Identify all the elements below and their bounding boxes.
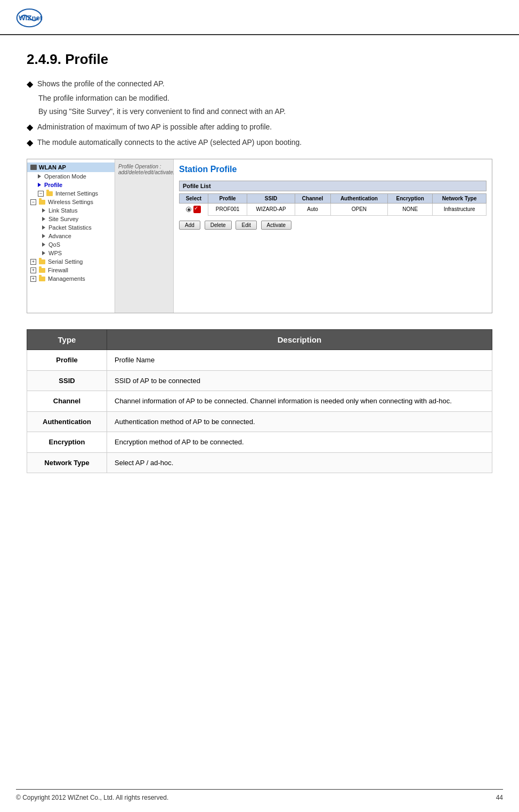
station-profile-title: Station Profile	[179, 165, 486, 176]
desc-text-0: Profile Name	[107, 350, 492, 371]
sidebar-item-profile[interactable]: Profile	[27, 181, 115, 189]
desc-text-4: Encryption method of AP to be connected.	[107, 432, 492, 453]
activate-button[interactable]: Activate	[261, 221, 292, 230]
sidebar-item-firewall[interactable]: + Firewall	[27, 266, 115, 274]
main-content: 2.4.9. Profile ◆ Shows the profile of th…	[0, 35, 519, 505]
bullet-text-3: The module automatically connects to the…	[37, 137, 302, 148]
screenshot-sidebar: WLAN AP Operation Mode Profile − Interne…	[27, 159, 115, 313]
monitor-icon	[30, 165, 37, 170]
col-select: Select	[180, 194, 208, 204]
arrow-icon-3	[42, 217, 45, 221]
sidebar-item-link-status[interactable]: Link Status	[27, 206, 115, 215]
col-net-type: Network Type	[433, 194, 486, 204]
bullet-text-1: Shows the profile of the connected AP.	[37, 78, 165, 90]
screenshot-box: WLAN AP Operation Mode Profile − Interne…	[27, 159, 492, 313]
desc-col-desc: Description	[107, 330, 492, 350]
folder-icon-4	[39, 268, 45, 273]
plus-icon-2: +	[30, 259, 36, 265]
arrow-icon-2	[42, 208, 45, 213]
sidebar-item-advance[interactable]: Advance	[27, 232, 115, 240]
bullet-sub-1b: By using "Site Survey", it is very conve…	[38, 106, 492, 117]
section-title: 2.4.9. Profile	[27, 51, 492, 68]
desc-row-1: SSIDSSID of AP to be connected	[27, 370, 492, 391]
desc-row-2: ChannelChannel information of AP to be c…	[27, 391, 492, 412]
folder-icon-5	[39, 277, 45, 281]
arrow-icon-5	[42, 234, 45, 238]
delete-button[interactable]: Delete	[205, 221, 232, 230]
desc-row-5: Network TypeSelect AP / ad-hoc.	[27, 452, 492, 473]
sidebar-item-qos[interactable]: QoS	[27, 240, 115, 249]
desc-type-4: Encryption	[27, 432, 107, 453]
sidebar-item-wps[interactable]: WPS	[27, 249, 115, 257]
bullet-sub-1a: The profile information can be modified.	[38, 93, 492, 104]
desc-type-3: Authentication	[27, 411, 107, 432]
profile-table: Select Profile SSID Channel Authenticati…	[179, 193, 486, 216]
profile-op-label: Profile Operation :	[118, 164, 170, 169]
folder-icon-2	[39, 200, 45, 205]
page-footer: © Copyright 2012 WIZnet Co., Ltd. All ri…	[16, 789, 503, 801]
folder-icon	[46, 191, 53, 196]
radio-button[interactable]	[186, 207, 191, 212]
bullet-diamond-2: ◆	[27, 122, 33, 132]
desc-type-0: Profile	[27, 350, 107, 371]
col-profile: Profile	[208, 194, 247, 204]
desc-col-type: Type	[27, 330, 107, 350]
arrow-icon	[38, 174, 41, 178]
cell-auth: OPEN	[330, 204, 388, 216]
bullet-diamond-1: ◆	[27, 79, 33, 89]
profile-operation-panel: Profile Operation : add/delete/edit/acti…	[115, 159, 174, 313]
sidebar-item-wireless-settings[interactable]: − Wireless Settings	[27, 198, 115, 206]
bullet-item-3: ◆ The module automatically connects to t…	[27, 137, 492, 148]
svg-text:WIZnet: WIZnet	[19, 14, 43, 22]
desc-text-1: SSID of AP to be connected	[107, 370, 492, 391]
desc-type-5: Network Type	[27, 452, 107, 473]
col-channel: Channel	[295, 194, 330, 204]
arrow-icon-active	[38, 183, 41, 187]
col-ssid: SSID	[247, 194, 295, 204]
plus-icon-3: +	[30, 267, 36, 273]
sidebar-item-serial-setting[interactable]: + Serial Setting	[27, 257, 115, 266]
folder-icon-3	[39, 259, 45, 264]
cell-channel: Auto	[295, 204, 330, 216]
logo: WIZnet	[16, 7, 45, 29]
wiznet-logo-icon: WIZnet	[16, 7, 43, 29]
page-number: 44	[496, 794, 503, 801]
desc-text-5: Select AP / ad-hoc.	[107, 452, 492, 473]
desc-row-3: AuthenticationAuthentication method of A…	[27, 411, 492, 432]
description-table: Type Description ProfileProfile NameSSID…	[27, 329, 492, 473]
edit-button[interactable]: Edit	[236, 221, 256, 230]
bullet-diamond-3: ◆	[27, 137, 33, 148]
sidebar-item-operation-mode[interactable]: Operation Mode	[27, 172, 115, 181]
desc-row-4: EncryptionEncryption method of AP to be …	[27, 432, 492, 453]
table-row: PROF001 WIZARD-AP Auto OPEN NONE Infrast…	[180, 204, 486, 216]
add-button[interactable]: Add	[179, 221, 200, 230]
plus-icon: −	[38, 191, 44, 197]
cell-network-type: Infrastructure	[433, 204, 486, 216]
arrow-icon-6	[42, 242, 45, 247]
cell-select[interactable]	[180, 204, 208, 215]
cell-profile: PROF001	[208, 204, 247, 216]
minus-icon: −	[30, 199, 36, 205]
sidebar-item-packet-statistics[interactable]: Packet Statistics	[27, 223, 115, 232]
cell-ssid: WIZARD-AP	[247, 204, 295, 216]
sidebar-title: WLAN AP	[27, 163, 115, 172]
profile-list-header: Pofile List	[179, 181, 486, 191]
profile-buttons: Add Delete Edit Activate	[179, 220, 486, 230]
col-enc: Encryption	[388, 194, 433, 204]
desc-text-3: Authentication method of AP to be connec…	[107, 411, 492, 432]
check-icon	[193, 206, 201, 213]
desc-type-1: SSID	[27, 370, 107, 391]
copyright-text: © Copyright 2012 WIZnet Co., Ltd. All ri…	[16, 794, 168, 801]
desc-row-0: ProfileProfile Name	[27, 350, 492, 371]
sidebar-item-managements[interactable]: + Managements	[27, 274, 115, 283]
station-profile-panel: Station Profile Pofile List Select Profi…	[174, 159, 492, 313]
sidebar-item-internet-settings[interactable]: − Internet Settings	[27, 189, 115, 198]
bullet-text-2: Administration of maximum of two AP is p…	[37, 121, 272, 133]
sidebar-item-site-survey[interactable]: Site Survey	[27, 215, 115, 223]
plus-icon-4: +	[30, 276, 36, 282]
profile-op-sub: add/delete/edit/activate.	[118, 169, 170, 175]
bullet-item-2: ◆ Administration of maximum of two AP is…	[27, 121, 492, 133]
arrow-icon-4	[42, 225, 45, 230]
bullet-section: ◆ Shows the profile of the connected AP.…	[27, 78, 492, 148]
desc-text-2: Channel information of AP to be connecte…	[107, 391, 492, 412]
